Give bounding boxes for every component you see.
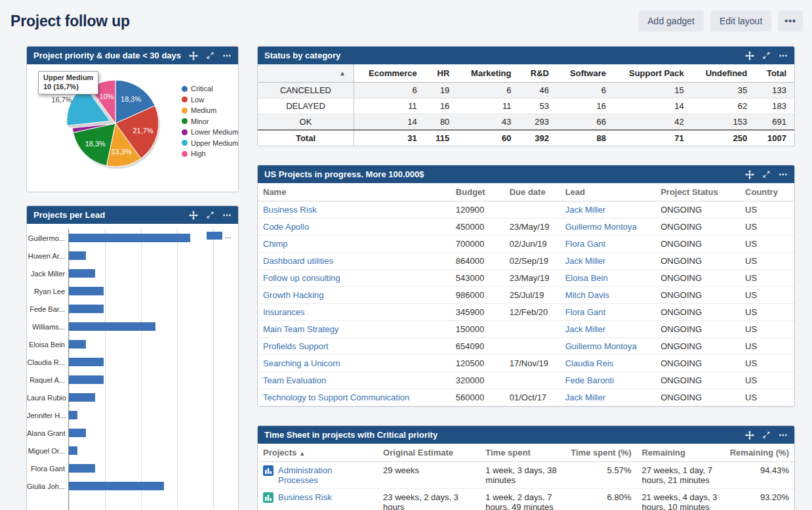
timesheet-column-header[interactable]: Original Estimate bbox=[378, 444, 480, 462]
legend-item-high[interactable]: High bbox=[182, 148, 238, 159]
status-column-header[interactable]: Marketing bbox=[457, 64, 519, 83]
gadget-header[interactable]: Projects per Lead bbox=[27, 206, 238, 224]
lead-link[interactable]: Jack Miller bbox=[565, 205, 605, 215]
status-column-header[interactable]: Undefined bbox=[692, 64, 756, 83]
status-column-header[interactable]: Support Pack bbox=[614, 64, 692, 83]
bar-category-label: Giulia Joh... bbox=[27, 482, 68, 490]
project-link[interactable]: Growth Hacking bbox=[263, 290, 323, 300]
gadget-menu-icon[interactable] bbox=[222, 51, 232, 60]
legend-item-lower-medium[interactable]: Lower Medium bbox=[182, 127, 238, 138]
status-column-header[interactable]: Total bbox=[755, 64, 794, 83]
bar[interactable] bbox=[69, 429, 86, 437]
project-link[interactable]: Insurances bbox=[263, 307, 305, 317]
move-gadget-icon[interactable] bbox=[745, 51, 754, 60]
page-menu-button[interactable]: ••• bbox=[778, 11, 803, 32]
lead-link[interactable]: Mitch Davis bbox=[565, 290, 609, 300]
move-gadget-icon[interactable] bbox=[189, 51, 198, 60]
timesheet-column-header[interactable]: Projects▲ bbox=[258, 444, 378, 462]
project-link[interactable]: Searching a Unicorn bbox=[263, 358, 340, 368]
legend-item-medium[interactable]: Medium bbox=[182, 105, 238, 116]
gadget-header[interactable]: US Projects in progress. More 100.000$ bbox=[258, 165, 794, 183]
bar[interactable] bbox=[69, 464, 95, 473]
bar[interactable] bbox=[69, 375, 104, 384]
project-link[interactable]: Technology to Support Communication bbox=[263, 393, 409, 402]
legend-label: Lower Medium bbox=[191, 128, 238, 136]
legend-item-critical[interactable]: Critical bbox=[182, 83, 238, 95]
gadget-title: Project priority & due date < 30 days bbox=[33, 51, 184, 60]
timesheet-column-header[interactable]: Remaining (%) bbox=[725, 444, 794, 462]
lead-link[interactable]: Flora Gant bbox=[565, 239, 605, 249]
status-column-header[interactable]: HR bbox=[425, 64, 458, 83]
project-link[interactable]: Main Team Strategy bbox=[263, 324, 338, 334]
bar[interactable] bbox=[69, 482, 164, 490]
gadget-header[interactable]: Status by category bbox=[258, 47, 794, 64]
gadget-header[interactable]: Project priority & due date < 30 days bbox=[27, 47, 238, 64]
gadget-menu-icon[interactable] bbox=[779, 431, 788, 440]
move-gadget-icon[interactable] bbox=[189, 211, 198, 220]
us-column-header[interactable]: Name bbox=[258, 183, 451, 202]
status-sort-header[interactable]: ▲ bbox=[258, 64, 354, 83]
us-column-header[interactable]: Country bbox=[740, 183, 794, 202]
project-link[interactable]: Business Risk bbox=[263, 205, 317, 215]
gadget-header[interactable]: Time Sheet in projects with Critical pri… bbox=[258, 426, 794, 444]
lead-link[interactable]: Jack Miller bbox=[565, 256, 605, 266]
project-link[interactable]: Profields Support bbox=[263, 341, 329, 351]
bar[interactable] bbox=[69, 358, 104, 366]
status-column-header[interactable]: Ecommerce bbox=[354, 64, 425, 83]
bar[interactable] bbox=[69, 340, 86, 349]
gadget-menu-icon[interactable] bbox=[779, 170, 788, 179]
project-link[interactable]: Chimp bbox=[263, 239, 288, 249]
bar[interactable] bbox=[69, 411, 77, 419]
country-cell: US bbox=[740, 372, 794, 389]
bar[interactable] bbox=[69, 269, 95, 278]
legend-item-low[interactable]: Low bbox=[182, 95, 238, 106]
expand-gadget-icon[interactable] bbox=[762, 170, 771, 179]
bar-row: Laura Rubio bbox=[27, 389, 238, 406]
bar[interactable] bbox=[69, 234, 190, 242]
bar[interactable] bbox=[69, 287, 104, 295]
lead-link[interactable]: Jack Miller bbox=[565, 324, 605, 334]
us-column-header[interactable]: Lead bbox=[560, 183, 656, 202]
gadget-priority-pie: Project priority & due date < 30 days Up… bbox=[26, 46, 239, 192]
expand-gadget-icon[interactable] bbox=[762, 51, 771, 60]
add-gadget-button[interactable]: Add gadget bbox=[638, 11, 704, 32]
us-column-header[interactable]: Due date bbox=[504, 183, 560, 202]
timesheet-column-header[interactable]: Time spent (%) bbox=[565, 444, 636, 462]
legend-item-minor[interactable]: Minor bbox=[182, 116, 238, 127]
us-column-header[interactable]: Budget bbox=[451, 183, 504, 202]
bar-track bbox=[68, 477, 238, 495]
legend-item-upper-medium[interactable]: Upper Medium bbox=[182, 138, 238, 149]
project-link[interactable]: Dashboard utilities bbox=[263, 256, 333, 266]
lead-link[interactable]: Jack Miller bbox=[565, 393, 605, 402]
project-name-cell: Profields Support bbox=[258, 338, 451, 355]
timesheet-column-header[interactable]: Time spent bbox=[480, 444, 565, 462]
project-link[interactable]: Follow up consulting bbox=[263, 273, 340, 283]
lead-link[interactable]: Claudia Reis bbox=[565, 358, 614, 368]
lead-link[interactable]: Guillermo Montoya bbox=[565, 222, 637, 232]
lead-link[interactable]: Flora Gant bbox=[565, 307, 605, 317]
project-link[interactable]: Administration Processes bbox=[278, 465, 373, 485]
expand-gadget-icon[interactable] bbox=[762, 431, 771, 439]
bar[interactable] bbox=[69, 251, 86, 260]
bar[interactable] bbox=[69, 393, 95, 402]
expand-gadget-icon[interactable] bbox=[206, 51, 214, 60]
lead-link[interactable]: Eloisa Bein bbox=[565, 273, 608, 283]
us-column-header[interactable]: Project Status bbox=[655, 183, 740, 202]
bar[interactable] bbox=[69, 322, 155, 331]
move-gadget-icon[interactable] bbox=[745, 170, 754, 179]
gadget-menu-icon[interactable] bbox=[779, 51, 788, 60]
project-link[interactable]: Business Risk bbox=[278, 492, 332, 502]
expand-gadget-icon[interactable] bbox=[206, 211, 214, 219]
move-gadget-icon[interactable] bbox=[745, 431, 754, 440]
project-link[interactable]: Team Evaluation bbox=[263, 375, 326, 385]
gadget-menu-icon[interactable] bbox=[222, 211, 232, 220]
bar[interactable] bbox=[69, 446, 77, 455]
project-link[interactable]: Code Apollo bbox=[263, 222, 309, 232]
timesheet-column-header[interactable]: Remaining bbox=[636, 444, 724, 462]
bar[interactable] bbox=[69, 305, 104, 313]
lead-link[interactable]: Fede Baronti bbox=[565, 375, 614, 385]
edit-layout-button[interactable]: Edit layout bbox=[710, 11, 771, 32]
lead-link[interactable]: Guillermo Montoya bbox=[565, 341, 637, 351]
status-column-header[interactable]: R&D bbox=[519, 64, 557, 83]
status-column-header[interactable]: Software bbox=[557, 64, 614, 83]
